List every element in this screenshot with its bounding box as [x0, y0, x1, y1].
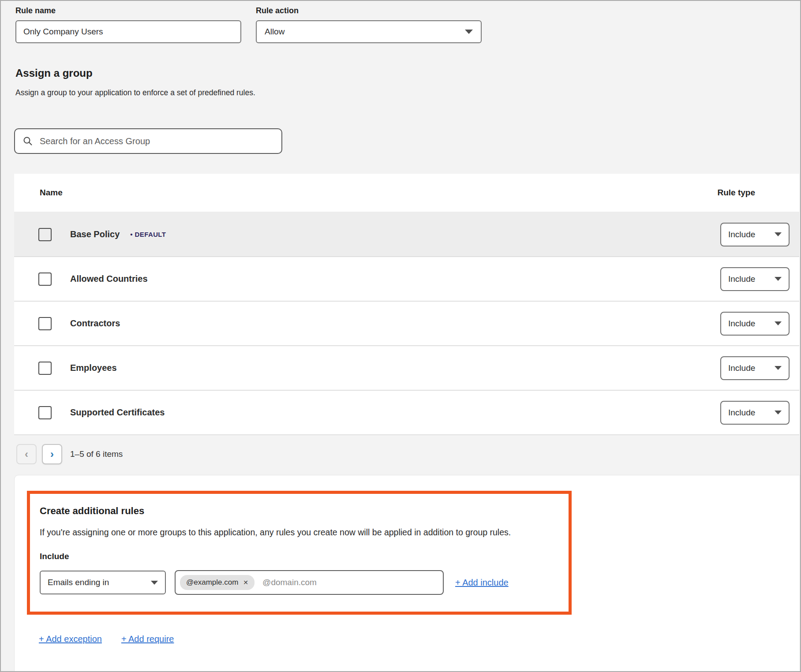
rule-footer-links: + Add exception + Add require: [39, 634, 174, 644]
chevron-down-icon: [775, 232, 782, 236]
create-additional-rules-highlight: Create additional rules If you're assign…: [27, 491, 572, 615]
rule-type-select[interactable]: Include: [720, 312, 790, 336]
table-row-employees[interactable]: Employees Include: [14, 345, 799, 390]
include-rule-controls: Emails ending in @example.com ✕ + Add in…: [40, 570, 555, 595]
include-section-label: Include: [40, 552, 555, 561]
rule-type-value: Include: [728, 363, 755, 373]
row-name: Supported Certificates: [70, 407, 165, 418]
table-row-contractors[interactable]: Contractors Include: [14, 301, 799, 345]
additional-rules-card: Create additional rules If you're assign…: [14, 475, 800, 672]
policy-rule-page: { "form": { "rule_name": { "label": "Rul…: [0, 0, 801, 672]
chevron-down-icon: [465, 30, 473, 34]
pagination-status: 1–5 of 6 items: [70, 449, 123, 459]
search-input[interactable]: [39, 136, 273, 147]
chevron-down-icon: [775, 321, 782, 325]
email-domains-tag-input[interactable]: @example.com ✕: [175, 570, 444, 595]
table-header-row: Name Rule type: [14, 174, 799, 212]
rule-type-value: Include: [728, 274, 755, 284]
column-header-name: Name: [40, 188, 63, 198]
next-page-button[interactable]: ›: [42, 444, 62, 464]
rule-type-select[interactable]: Include: [720, 223, 790, 246]
condition-type-value: Emails ending in: [48, 578, 109, 587]
row-name: Employees: [70, 363, 117, 373]
pagination: ‹ › 1–5 of 6 items: [16, 444, 123, 464]
chevron-down-icon: [775, 366, 782, 370]
rule-name-label: Rule name: [15, 6, 241, 15]
rule-name-input[interactable]: [15, 20, 241, 43]
table-row-base-policy[interactable]: Base Policy DEFAULT Include: [14, 212, 799, 256]
additional-rules-heading: Create additional rules: [40, 505, 555, 517]
rule-type-value: Include: [728, 230, 755, 239]
default-badge: DEFAULT: [130, 231, 166, 238]
row-checkbox[interactable]: [38, 362, 52, 375]
rule-type-select[interactable]: Include: [720, 267, 790, 291]
search-icon: [23, 136, 33, 146]
chip-label: @example.com: [186, 578, 238, 587]
row-checkbox[interactable]: [38, 273, 52, 286]
email-domain-input[interactable]: [262, 577, 438, 588]
row-name: Allowed Countries: [70, 274, 148, 284]
row-name: Contractors: [70, 318, 120, 329]
row-name: Base Policy: [70, 229, 120, 239]
access-group-search: [14, 128, 282, 154]
chevron-down-icon: [775, 411, 782, 414]
previous-page-button[interactable]: ‹: [16, 444, 37, 464]
rule-name-field-group: Rule name: [15, 6, 241, 43]
condition-type-select[interactable]: Emails ending in: [40, 571, 166, 594]
rule-action-field-group: Rule action Allow: [256, 6, 482, 43]
rule-action-value: Allow: [265, 27, 284, 37]
rule-action-label: Rule action: [256, 6, 482, 15]
rule-type-select[interactable]: Include: [720, 356, 790, 380]
table-row-allowed-countries[interactable]: Allowed Countries Include: [14, 256, 799, 301]
rule-type-value: Include: [728, 408, 755, 418]
add-include-link[interactable]: + Add include: [455, 578, 509, 588]
column-header-rule-type: Rule type: [717, 188, 755, 198]
row-checkbox[interactable]: [38, 228, 52, 241]
add-require-link[interactable]: + Add require: [121, 634, 174, 644]
chevron-down-icon: [775, 277, 782, 281]
remove-chip-icon[interactable]: ✕: [243, 579, 248, 586]
access-groups-table: Name Rule type Base Policy DEFAULT Inclu…: [14, 174, 799, 435]
row-checkbox[interactable]: [38, 406, 52, 419]
additional-rules-description: If you're assigning one or more groups t…: [40, 527, 555, 538]
assign-group-description: Assign a group to your application to en…: [15, 88, 255, 97]
email-domain-chip: @example.com ✕: [180, 575, 255, 590]
rule-action-select[interactable]: Allow: [256, 20, 482, 43]
assign-group-heading: Assign a group: [15, 67, 93, 79]
chevron-left-icon: ‹: [25, 448, 28, 460]
table-row-supported-certificates[interactable]: Supported Certificates Include: [14, 390, 799, 434]
add-exception-link[interactable]: + Add exception: [39, 634, 102, 644]
rule-type-value: Include: [728, 319, 755, 329]
rule-type-select[interactable]: Include: [720, 401, 790, 425]
chevron-right-icon: ›: [50, 448, 54, 460]
chevron-down-icon: [151, 581, 158, 585]
row-checkbox[interactable]: [38, 317, 52, 330]
